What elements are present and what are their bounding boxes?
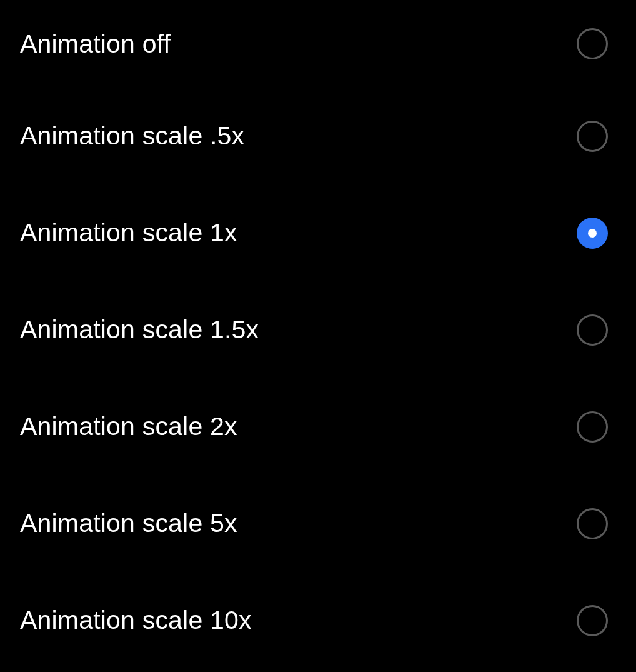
- option-label: Animation scale 2x: [20, 412, 237, 441]
- radio-icon: [577, 411, 608, 443]
- option-label: Animation off: [20, 29, 171, 59]
- radio-icon: [577, 605, 608, 636]
- radio-selected-icon: [577, 218, 608, 249]
- option-label: Animation scale 10x: [20, 606, 252, 635]
- radio-icon: [577, 28, 608, 59]
- radio-icon: [577, 508, 608, 539]
- option-animation-off[interactable]: Animation off: [0, 0, 636, 88]
- option-label: Animation scale .5x: [20, 121, 244, 151]
- option-animation-scale-0-5x[interactable]: Animation scale .5x: [0, 88, 636, 184]
- option-animation-scale-1x[interactable]: Animation scale 1x: [0, 184, 636, 281]
- option-label: Animation scale 1x: [20, 218, 237, 248]
- option-label: Animation scale 1.5x: [20, 315, 259, 344]
- animation-scale-option-list: Animation off Animation scale .5x Animat…: [0, 0, 636, 669]
- option-animation-scale-5x[interactable]: Animation scale 5x: [0, 475, 636, 572]
- option-animation-scale-2x[interactable]: Animation scale 2x: [0, 378, 636, 475]
- option-animation-scale-1-5x[interactable]: Animation scale 1.5x: [0, 281, 636, 378]
- option-label: Animation scale 5x: [20, 509, 237, 538]
- radio-icon: [577, 121, 608, 152]
- option-animation-scale-10x[interactable]: Animation scale 10x: [0, 572, 636, 669]
- radio-icon: [577, 314, 608, 346]
